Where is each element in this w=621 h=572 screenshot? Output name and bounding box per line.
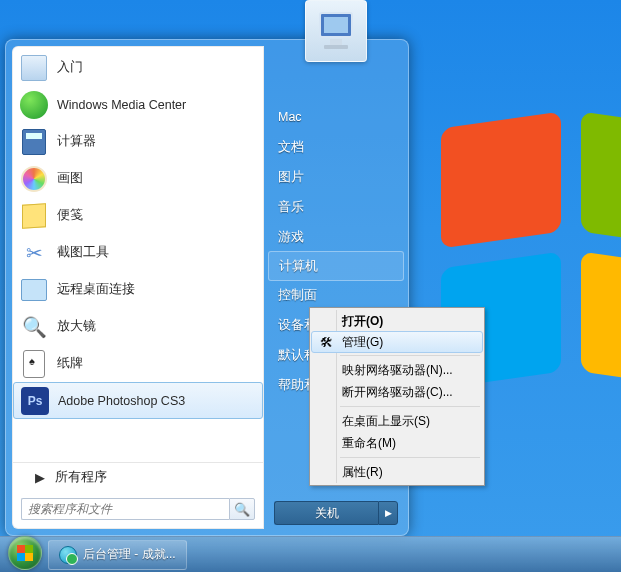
context-separator <box>340 457 480 458</box>
computer-context-menu: 打开(O) 🛠 管理(G) 映射网络驱动器(N)... 断开网络驱动器(C)..… <box>309 307 485 486</box>
program-label: 便笺 <box>57 207 83 224</box>
context-map-drive[interactable]: 映射网络驱动器(N)... <box>312 359 482 381</box>
taskbar-item-label: 后台管理 - 成就... <box>83 546 176 563</box>
shutdown-button[interactable]: 关机 <box>274 501 378 525</box>
shutdown-options-arrow[interactable]: ▶ <box>378 501 398 525</box>
taskbar-item-browser[interactable]: 后台管理 - 成就... <box>48 540 187 570</box>
program-label: 纸牌 <box>57 355 83 372</box>
program-item-intro[interactable]: 入门 <box>13 49 263 86</box>
context-manage[interactable]: 🛠 管理(G) <box>311 331 483 353</box>
magnifier-icon: 🔍 <box>19 312 49 342</box>
svg-rect-3 <box>324 45 348 49</box>
right-item-control-panel[interactable]: 控制面 <box>264 280 408 310</box>
program-item-paint[interactable]: 画图 <box>13 160 263 197</box>
program-label: 远程桌面连接 <box>57 281 135 298</box>
cards-icon <box>19 349 49 379</box>
program-item-wmc[interactable]: Windows Media Center <box>13 86 263 123</box>
photoshop-icon: Ps <box>20 386 50 416</box>
taskbar: 后台管理 - 成就... <box>0 536 621 572</box>
context-separator <box>340 406 480 407</box>
triangle-right-icon: ▶ <box>35 470 45 485</box>
right-item-user[interactable]: Mac <box>264 102 408 132</box>
program-label: 画图 <box>57 170 83 187</box>
browser-icon <box>59 546 77 564</box>
right-item-games[interactable]: 游戏 <box>264 222 408 252</box>
paint-icon <box>19 164 49 194</box>
context-separator <box>340 355 480 356</box>
search-input[interactable] <box>21 498 229 520</box>
triangle-right-icon: ▶ <box>385 508 392 518</box>
right-item-computer[interactable]: 计算机 <box>268 251 404 281</box>
program-item-sticky-notes[interactable]: 便笺 <box>13 197 263 234</box>
search-button[interactable]: 🔍 <box>229 498 255 520</box>
program-label: Adobe Photoshop CS3 <box>58 394 185 408</box>
windows-orb-icon <box>8 536 42 570</box>
context-disconnect-drive[interactable]: 断开网络驱动器(C)... <box>312 381 482 403</box>
right-item-pictures[interactable]: 图片 <box>264 162 408 192</box>
note-icon <box>19 201 49 231</box>
all-programs-label: 所有程序 <box>55 469 107 486</box>
context-show-on-desktop[interactable]: 在桌面上显示(S) <box>312 410 482 432</box>
program-label: 截图工具 <box>57 244 109 261</box>
svg-rect-2 <box>330 39 342 45</box>
right-item-music[interactable]: 音乐 <box>264 192 408 222</box>
program-item-calc[interactable]: 计算器 <box>13 123 263 160</box>
program-label: Windows Media Center <box>57 98 186 112</box>
search-row: 🔍 <box>13 492 263 528</box>
pinned-programs-list: 入门 Windows Media Center 计算器 画图 便笺 ✂ 截图工具 <box>13 47 263 462</box>
calc-icon <box>19 127 49 157</box>
scissors-icon: ✂ <box>19 238 49 268</box>
program-item-rdp[interactable]: 远程桌面连接 <box>13 271 263 308</box>
program-label: 放大镜 <box>57 318 96 335</box>
start-menu-left-column: 入门 Windows Media Center 计算器 画图 便笺 ✂ 截图工具 <box>12 46 264 529</box>
wmc-icon <box>19 90 49 120</box>
all-programs-button[interactable]: ▶ 所有程序 <box>13 462 263 492</box>
program-label: 入门 <box>57 59 83 76</box>
doc-icon <box>19 53 49 83</box>
program-label: 计算器 <box>57 133 96 150</box>
start-button[interactable] <box>4 539 46 571</box>
computer-monitor-icon <box>312 7 360 55</box>
program-item-photoshop[interactable]: Ps Adobe Photoshop CS3 <box>13 382 263 419</box>
svg-rect-1 <box>324 17 348 33</box>
context-properties[interactable]: 属性(R) <box>312 461 482 483</box>
rdp-icon <box>19 275 49 305</box>
program-item-magnifier[interactable]: 🔍 放大镜 <box>13 308 263 345</box>
shutdown-split-button: 关机 ▶ <box>274 501 398 525</box>
user-avatar[interactable] <box>305 0 367 62</box>
program-item-solitaire[interactable]: 纸牌 <box>13 345 263 382</box>
context-open[interactable]: 打开(O) <box>312 310 482 332</box>
manage-icon: 🛠 <box>318 334 334 350</box>
context-rename[interactable]: 重命名(M) <box>312 432 482 454</box>
search-icon: 🔍 <box>234 502 250 517</box>
program-item-snipping-tool[interactable]: ✂ 截图工具 <box>13 234 263 271</box>
right-item-documents[interactable]: 文档 <box>264 132 408 162</box>
